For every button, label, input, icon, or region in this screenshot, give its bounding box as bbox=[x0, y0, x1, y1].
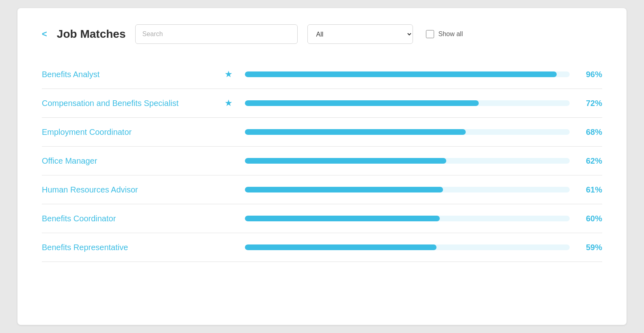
job-name[interactable]: Benefits Representative bbox=[42, 243, 212, 252]
percent-label: 59% bbox=[578, 243, 602, 252]
progress-bar-container bbox=[245, 187, 570, 192]
progress-bar-container bbox=[245, 244, 570, 250]
star-icon[interactable]: ★ bbox=[220, 98, 237, 108]
table-row: Employment Coordinator★68% bbox=[42, 118, 602, 147]
table-row: Benefits Coordinator★60% bbox=[42, 204, 602, 233]
progress-bar-fill bbox=[245, 100, 479, 106]
table-row: Human Resources Advisor★61% bbox=[42, 175, 602, 204]
show-all-container: Show all bbox=[426, 30, 462, 38]
show-all-label: Show all bbox=[438, 30, 462, 38]
progress-bar-container bbox=[245, 100, 570, 106]
percent-label: 62% bbox=[578, 156, 602, 166]
table-row: Office Manager★62% bbox=[42, 147, 602, 175]
job-name[interactable]: Human Resources Advisor bbox=[42, 185, 212, 195]
back-button[interactable]: < bbox=[42, 30, 47, 39]
header: < Job Matches AllStarredUnstarred Show a… bbox=[42, 24, 602, 44]
progress-bar-container bbox=[245, 158, 570, 164]
percent-label: 68% bbox=[578, 128, 602, 137]
percent-label: 61% bbox=[578, 185, 602, 195]
progress-bar-fill bbox=[245, 158, 446, 164]
job-name[interactable]: Employment Coordinator bbox=[42, 128, 212, 137]
filter-select[interactable]: AllStarredUnstarred bbox=[307, 24, 413, 44]
job-name[interactable]: Compensation and Benefits Specialist bbox=[42, 99, 212, 108]
main-card: < Job Matches AllStarredUnstarred Show a… bbox=[17, 8, 627, 325]
star-icon[interactable]: ★ bbox=[220, 69, 237, 80]
table-row: Compensation and Benefits Specialist★72% bbox=[42, 89, 602, 118]
job-list: Benefits Analyst★96%Compensation and Ben… bbox=[42, 60, 602, 262]
percent-label: 96% bbox=[578, 70, 602, 79]
percent-label: 60% bbox=[578, 214, 602, 223]
table-row: Benefits Analyst★96% bbox=[42, 60, 602, 89]
page-title: Job Matches bbox=[57, 28, 126, 41]
progress-bar-fill bbox=[245, 216, 440, 221]
job-name[interactable]: Office Manager bbox=[42, 156, 212, 166]
progress-bar-container bbox=[245, 216, 570, 221]
search-input[interactable] bbox=[135, 24, 298, 44]
progress-bar-fill bbox=[245, 129, 466, 135]
progress-bar-fill bbox=[245, 244, 437, 250]
progress-bar-fill bbox=[245, 187, 443, 192]
show-all-checkbox[interactable] bbox=[426, 30, 434, 38]
progress-bar-container bbox=[245, 129, 570, 135]
progress-bar-container bbox=[245, 71, 570, 77]
progress-bar-fill bbox=[245, 71, 557, 77]
table-row: Benefits Representative★59% bbox=[42, 233, 602, 262]
job-name[interactable]: Benefits Analyst bbox=[42, 70, 212, 79]
job-name[interactable]: Benefits Coordinator bbox=[42, 214, 212, 223]
percent-label: 72% bbox=[578, 99, 602, 108]
